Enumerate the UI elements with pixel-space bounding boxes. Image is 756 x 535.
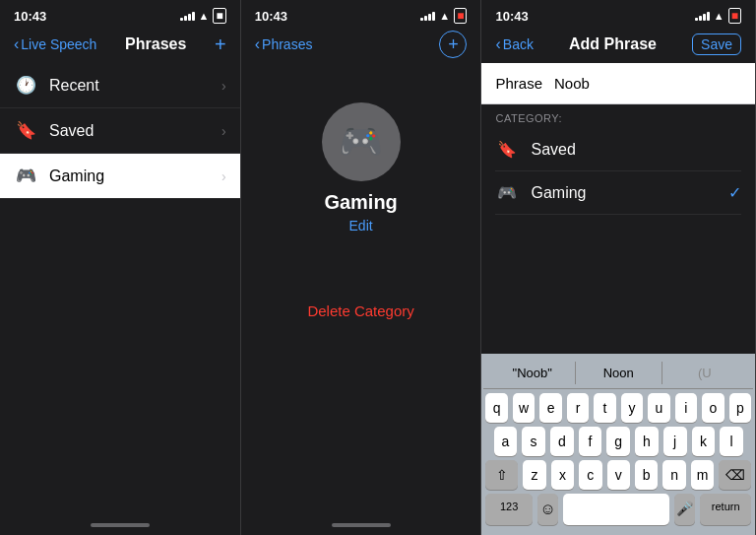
key-z[interactable]: z xyxy=(523,460,545,490)
key-h[interactable]: h xyxy=(635,427,659,456)
nav-title-1: Phrases xyxy=(125,35,186,53)
key-u[interactable]: u xyxy=(648,393,669,423)
wifi-icon-3: ▲ xyxy=(714,10,724,22)
status-icons-1: ▲ ■ xyxy=(180,8,226,24)
nav-bar-3: ‹ Back Add Phrase Save xyxy=(481,28,755,63)
key-123[interactable]: 123 xyxy=(485,494,532,525)
back-label-1: Live Speech xyxy=(21,36,96,52)
back-live-speech[interactable]: ‹ Live Speech xyxy=(14,35,96,53)
signal-icon-3 xyxy=(695,11,710,21)
status-bar-3: 10:43 ▲ ■ xyxy=(481,0,755,28)
key-p[interactable]: p xyxy=(729,393,751,423)
saved-option-label: Saved xyxy=(531,141,741,159)
panel-1: 10:43 ▲ ■ ‹ Live Speech Phrases + 🕐 Rece… xyxy=(0,0,241,535)
recent-icon: 🕐 xyxy=(14,75,37,96)
save-button[interactable]: Save xyxy=(692,33,741,55)
category-edit-link[interactable]: Edit xyxy=(349,218,373,234)
key-shift[interactable]: ⇧ xyxy=(485,460,518,490)
delete-category-button[interactable]: Delete Category xyxy=(307,302,413,319)
list-item-saved[interactable]: 🔖 Saved › xyxy=(0,108,240,154)
suggestion-2[interactable]: Noon xyxy=(576,362,662,384)
category-section-header: CATEGORY: xyxy=(495,112,741,124)
back-chevron-icon-2: ‹ xyxy=(255,35,260,53)
phrase-input-field[interactable] xyxy=(554,75,741,92)
back-label-2: Phrases xyxy=(262,36,312,52)
saved-chevron: › xyxy=(221,123,226,139)
key-mic[interactable]: 🎤 xyxy=(674,494,696,525)
key-j[interactable]: j xyxy=(663,427,687,456)
nav-title-3: Add Phrase xyxy=(569,35,657,53)
add-button-2[interactable]: + xyxy=(439,31,467,58)
home-bar-2 xyxy=(332,523,391,527)
back-chevron-icon: ‹ xyxy=(14,35,19,53)
key-y[interactable]: y xyxy=(621,393,643,423)
key-k[interactable]: k xyxy=(692,427,716,456)
key-w[interactable]: w xyxy=(513,393,535,423)
gaming-option-icon: 🎮 xyxy=(495,183,519,202)
key-g[interactable]: g xyxy=(606,427,630,456)
back-phrases[interactable]: ‹ Phrases xyxy=(255,35,313,53)
key-space[interactable] xyxy=(563,494,669,525)
key-v[interactable]: v xyxy=(607,460,630,490)
keyboard-suggestions: "Noob" Noon (U xyxy=(483,358,753,389)
key-emoji[interactable]: ☺ xyxy=(537,494,559,525)
status-time-2: 10:43 xyxy=(255,9,287,24)
key-c[interactable]: c xyxy=(579,460,601,490)
add-phrase-button-1[interactable]: + xyxy=(215,33,226,56)
key-x[interactable]: x xyxy=(551,460,574,490)
key-s[interactable]: s xyxy=(522,427,545,456)
key-l[interactable]: l xyxy=(720,427,743,456)
key-return[interactable]: return xyxy=(700,494,751,525)
category-icon-circle: 🎮 xyxy=(322,102,401,181)
category-option-gaming[interactable]: 🎮 Gaming ✓ xyxy=(495,171,741,215)
phrase-input-row: Phrase xyxy=(481,63,755,104)
wifi-icon-1: ▲ xyxy=(199,10,210,22)
back-button-3[interactable]: ‹ Back xyxy=(495,35,533,53)
key-a[interactable]: a xyxy=(494,427,518,456)
status-icons-2: ▲ ■ xyxy=(420,8,467,24)
key-i[interactable]: i xyxy=(675,393,697,423)
key-f[interactable]: f xyxy=(579,427,602,456)
status-bar-2: 10:43 ▲ ■ xyxy=(241,0,481,28)
key-r[interactable]: r xyxy=(567,393,589,423)
home-bar-1 xyxy=(91,523,150,527)
recent-label: Recent xyxy=(49,77,221,95)
status-icons-3: ▲ ■ xyxy=(695,8,741,24)
key-n[interactable]: n xyxy=(662,460,685,490)
keyboard-row-3: ⇧ z x c v b n m ⌫ xyxy=(485,460,751,490)
category-option-saved[interactable]: 🔖 Saved xyxy=(495,128,741,171)
list-item-recent[interactable]: 🕐 Recent › xyxy=(0,63,240,108)
gaming-icon: 🎮 xyxy=(14,166,37,186)
key-e[interactable]: e xyxy=(539,393,561,423)
key-d[interactable]: d xyxy=(550,427,574,456)
phrases-list: 🕐 Recent › 🔖 Saved › 🎮 Gaming › xyxy=(0,63,240,515)
key-b[interactable]: b xyxy=(635,460,658,490)
gaming-checkmark-icon: ✓ xyxy=(728,183,741,202)
suggestion-3[interactable]: (U xyxy=(662,362,748,384)
status-time-1: 10:43 xyxy=(14,9,46,24)
key-delete[interactable]: ⌫ xyxy=(719,460,751,490)
recent-chevron: › xyxy=(221,78,226,94)
gaming-chevron: › xyxy=(221,168,226,184)
list-item-gaming[interactable]: 🎮 Gaming › xyxy=(0,154,240,199)
saved-icon: 🔖 xyxy=(14,120,37,141)
phrase-field-label: Phrase xyxy=(495,75,542,92)
saved-label: Saved xyxy=(49,122,221,140)
nav-bar-2: ‹ Phrases + xyxy=(241,28,481,63)
empty-space-3 xyxy=(481,219,755,354)
keyboard: "Noob" Noon (U q w e r t y u i o p a s d… xyxy=(481,354,755,535)
category-detail: 🎮 Gaming Edit Delete Category xyxy=(241,63,481,515)
key-m[interactable]: m xyxy=(691,460,714,490)
key-o[interactable]: o xyxy=(702,393,724,423)
gaming-label: Gaming xyxy=(49,167,221,185)
key-q[interactable]: q xyxy=(485,393,507,423)
wifi-icon-2: ▲ xyxy=(439,10,450,22)
suggestion-1[interactable]: "Noob" xyxy=(489,362,576,384)
battery-icon-2: ■ xyxy=(454,8,467,24)
gaming-icon-large: 🎮 xyxy=(339,121,383,163)
panel-2: 10:43 ▲ ■ ‹ Phrases + 🎮 Gaming Edit Dele… xyxy=(241,0,482,535)
keyboard-row-2: a s d f g h j k l xyxy=(493,427,743,456)
key-t[interactable]: t xyxy=(594,393,615,423)
keyboard-row-1: q w e r t y u i o p xyxy=(485,393,751,423)
category-section: CATEGORY: 🔖 Saved 🎮 Gaming ✓ xyxy=(481,104,755,219)
